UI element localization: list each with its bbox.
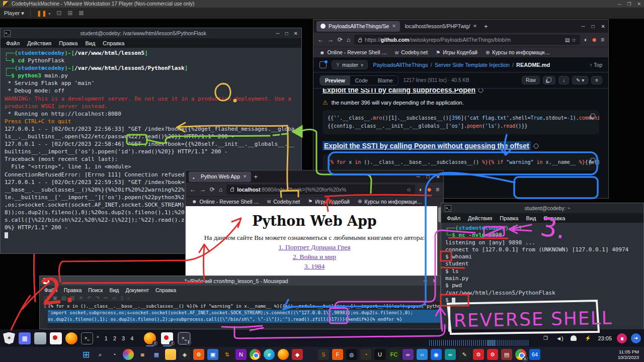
close-button[interactable]: ✕ (436, 174, 440, 179)
onenote[interactable]: N (235, 349, 247, 360)
breadcrumb-folder[interactable]: Server Side Template Injection (435, 62, 510, 68)
edit-button[interactable]: ✎ ▾ (572, 76, 588, 84)
maximize-button[interactable]: □ (427, 174, 430, 179)
download-button[interactable]: ↓ (558, 76, 569, 84)
tab-blame[interactable]: Blame (373, 76, 398, 85)
book-link[interactable]: 2. Война и мир (186, 253, 443, 261)
maximize-button[interactable]: □ (592, 24, 595, 29)
chrome[interactable] (250, 349, 261, 360)
toolbar-icon[interactable]: ✂ (104, 295, 108, 301)
fc-app[interactable]: FC (388, 349, 399, 360)
start-button[interactable]: ⊞ (80, 349, 92, 360)
copy-icon[interactable] (591, 158, 595, 162)
photos-app[interactable]: ◙ (137, 349, 148, 360)
menu-item[interactable]: Правка (59, 40, 77, 46)
toolbar-icon[interactable]: ↶ (87, 295, 91, 301)
tab-python-web-app[interactable]: •Python Web App✕ (189, 171, 251, 182)
tab-payloadsallthethings[interactable]: PayloadsAllTheThings/Se✕ (316, 21, 400, 32)
bookmark-star-icon[interactable]: ☆ (407, 187, 411, 193)
search-icon[interactable]: ⌕ (95, 349, 106, 360)
toolbar-icon[interactable]: ▯ (121, 295, 124, 301)
vscode[interactable]: ‹› (417, 349, 428, 360)
minimize-button[interactable]: ─ (416, 174, 420, 179)
back-icon[interactable]: ← (317, 36, 324, 43)
clock[interactable]: 23:05 (598, 335, 612, 341)
display-icon[interactable]: ❒ (540, 333, 550, 343)
outline-button[interactable]: ≡ (591, 76, 602, 84)
box-3d-app[interactable]: ▣ (207, 349, 218, 360)
bookmark[interactable]: ⊕Курсы по информаци… (358, 199, 422, 205)
terminal-launcher[interactable]: >_ (81, 332, 93, 344)
updater-icon[interactable]: ➜ (631, 333, 641, 343)
menu-item[interactable]: Правка (500, 215, 518, 221)
firefox[interactable] (278, 349, 289, 360)
menu-icon[interactable]: ≡ (601, 36, 604, 43)
fullscreen-icon[interactable]: ⊞ (67, 10, 72, 17)
calendar-app[interactable]: ▦ (151, 349, 162, 360)
editor-text[interactable]: {% for x in ().__class__.__base__.__subc… (48, 302, 440, 329)
pause-button[interactable]: ❚❚ ▾ (37, 10, 51, 17)
edge[interactable]: e (264, 349, 275, 360)
back-icon[interactable]: ← (190, 186, 196, 193)
code-block-popen[interactable]: {% for x in ().__class__.__base__.__subc… (323, 154, 599, 170)
bookmark[interactable]: ☻Online - Reverse Shell … (192, 199, 259, 205)
workspace-pager[interactable]: 1 2 3 4 (105, 335, 136, 341)
close-button[interactable]: ✕ (294, 31, 298, 36)
menu-icon[interactable]: ≡ (436, 186, 439, 193)
close-button[interactable]: ✕ (601, 24, 605, 29)
tab-close-icon[interactable]: ✕ (392, 24, 396, 29)
vm-maximize-button[interactable]: ❐ (627, 2, 631, 7)
distro-logo[interactable]: ✶ (3, 332, 15, 344)
menu-item[interactable]: Вид (85, 40, 95, 46)
file-explorer[interactable] (165, 349, 176, 360)
toolbar-icon[interactable]: ▤ (61, 295, 66, 301)
toolbar-icon[interactable]: ⌕ (127, 295, 130, 301)
bookmark[interactable]: ⚑Игры Кодебай (308, 199, 350, 205)
menu-item[interactable]: Правка (64, 287, 82, 293)
breadcrumb-repo[interactable]: PayloadsAllTheThings (373, 62, 428, 68)
mousepad-launcher[interactable] (50, 332, 62, 344)
home-icon[interactable]: ⌂ (219, 186, 222, 193)
anchor-link-icon[interactable] (533, 143, 539, 149)
new-tab-button[interactable]: + (484, 23, 488, 30)
bookmark[interactable]: ⊕Курсы по информаци… (486, 49, 550, 55)
tab-close-icon[interactable]: ✕ (473, 24, 477, 29)
tab-close-icon[interactable]: ✕ (243, 174, 247, 179)
branch-selector[interactable]: Ymaster▾ (332, 60, 368, 69)
player-menu[interactable]: Player ▾ (4, 10, 24, 17)
anchor-link-icon[interactable] (477, 88, 484, 94)
menu-item[interactable]: Вид (526, 215, 536, 221)
toolbar-icon[interactable]: ▥ (70, 295, 74, 301)
toolbar-icon[interactable]: ✕ (79, 295, 83, 301)
chrome-profile[interactable]: A (515, 349, 526, 360)
feather-app[interactable]: ✎ (459, 349, 470, 360)
reload-icon[interactable]: ⟳ (210, 186, 215, 193)
url-bar[interactable]: localhost:8080/index?book={%%20for%20x% … (226, 185, 415, 195)
camtasia[interactable]: ∞ (445, 349, 456, 360)
minimize-button[interactable]: ─ (276, 31, 279, 36)
blender[interactable]: ◔ (360, 349, 371, 360)
minimize-button[interactable]: ─ (581, 24, 585, 29)
book-link[interactable]: 3. 1984 (186, 262, 443, 270)
x64-app[interactable]: 64 (529, 349, 540, 360)
home-icon[interactable]: ⌂ (347, 36, 350, 43)
color-wheel-app[interactable] (123, 349, 134, 360)
printer-app[interactable]: ▤ (501, 349, 512, 360)
map-pin-app[interactable]: ◉ (431, 349, 442, 360)
menu-item[interactable]: Действия (27, 40, 51, 46)
raw-button[interactable]: Raw (522, 76, 540, 84)
volume-icon[interactable]: ◄) (554, 333, 565, 343)
red-gear-1[interactable]: ⚙ (473, 349, 484, 360)
maximize-button[interactable]: □ (285, 31, 288, 36)
power-icon[interactable]: ⚡ (583, 333, 593, 343)
menu-item[interactable]: Файл (44, 287, 57, 293)
menu-item[interactable]: Поиск (88, 287, 103, 293)
vm-minimize-button[interactable]: ─ (618, 2, 621, 7)
obsidian[interactable]: ◈ (179, 349, 190, 360)
f-app[interactable]: F (332, 349, 343, 360)
book-link[interactable]: 1. Портрет Дориана Грея (186, 243, 443, 251)
tab-localhost[interactable]: localhost/lesson5/PHPTwig/✕ (401, 21, 481, 32)
menu-item[interactable]: Файл (6, 40, 20, 46)
bookmark[interactable]: wCodeby.net (395, 49, 428, 55)
windows-clock[interactable]: 11:05 PM10/2/2023 (618, 349, 644, 360)
